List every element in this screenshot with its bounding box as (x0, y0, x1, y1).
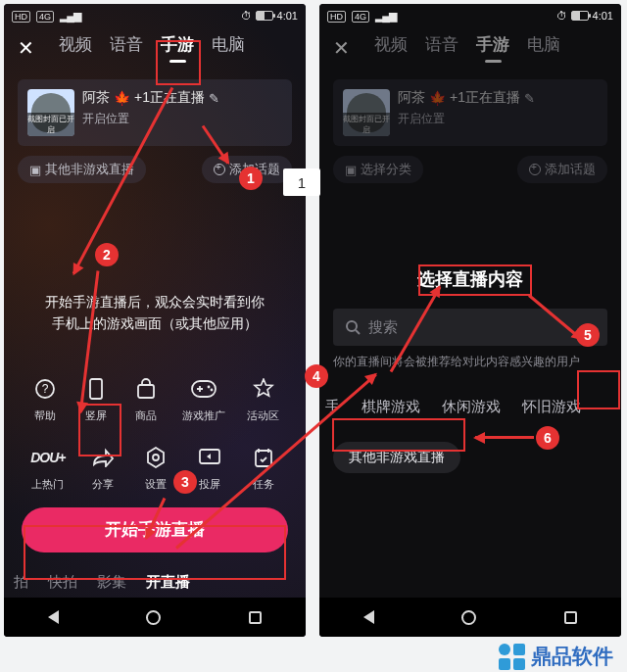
svg-marker-7 (148, 448, 164, 467)
nav-back-icon[interactable] (48, 610, 59, 624)
share-button[interactable]: 分享 (88, 443, 118, 492)
nav-back-icon[interactable] (363, 610, 374, 624)
tab-video[interactable]: 视频 (59, 33, 92, 62)
nav-recent-icon[interactable] (249, 611, 262, 624)
category-select[interactable]: ▣ 选择分类 (333, 156, 423, 183)
non-game-stream-chip[interactable]: 其他非游戏直播 (333, 442, 460, 473)
num-2: 2 (95, 243, 119, 266)
num-1: 1 (239, 167, 263, 190)
status-bar: HD 4G ▂▄▆ ⏱ 4:01 (4, 4, 306, 27)
svg-rect-10 (256, 451, 271, 466)
help-button[interactable]: ?帮助 (30, 374, 60, 423)
sheet-title: 选择直播内容 (319, 267, 621, 291)
step-label-1: 1 (283, 168, 320, 196)
dou-plus-button[interactable]: DOU+上热门 (31, 443, 64, 492)
tool-row-2: DOU+上热门 分享 设置 投屏 任务 (4, 443, 306, 492)
nav-home-icon[interactable] (146, 610, 161, 625)
tab-mobile-game[interactable]: 手游 (476, 33, 509, 62)
tab-audio[interactable]: 语音 (110, 33, 143, 62)
stream-title-name: 阿茶 (82, 89, 110, 107)
cast-button[interactable]: 投屏 (195, 443, 224, 492)
mode-tabs: 视频 语音 手游 电脑 (374, 33, 560, 62)
genre-tab-retro[interactable]: 怀旧游戏 (522, 398, 581, 416)
tab-video[interactable]: 视频 (374, 33, 408, 62)
tool-row-1: ?帮助 竖屏 商品 游戏推广 活动区 (4, 374, 306, 423)
mode-tabs: 视频 语音 手游 电脑 (59, 33, 245, 62)
tab-pc[interactable]: 电脑 (212, 33, 245, 62)
close-icon[interactable]: ✕ (333, 36, 353, 60)
stream-title-card[interactable]: 截图封面已开启 阿茶 🍁 +1正在直播 ✎ 开启位置 (18, 79, 292, 146)
phone-right: HD 4G ▂▄▆ ⏱ 4:01 ✕ 视频 语音 手游 电脑 截图封面已开启 (319, 4, 621, 637)
game-promo-button[interactable]: 游戏推广 (182, 374, 225, 423)
btab-album[interactable]: 影集 (97, 573, 126, 592)
android-nav (319, 598, 621, 637)
genre-tab-casual[interactable]: 休闲游戏 (442, 398, 501, 416)
svg-rect-2 (90, 379, 102, 399)
svg-point-11 (347, 321, 357, 331)
search-hint: 你的直播间将会被推荐给对此内容感兴趣的用户 (333, 354, 607, 370)
arrow-6 (475, 436, 534, 439)
android-nav (4, 598, 306, 637)
watermark: 鼎品软件 (499, 643, 613, 670)
nav-recent-icon[interactable] (564, 611, 577, 624)
svg-point-8 (153, 455, 159, 460)
svg-rect-3 (138, 385, 154, 398)
shop-button[interactable]: 商品 (131, 374, 161, 423)
tab-pc[interactable]: 电脑 (527, 33, 560, 62)
num-3: 3 (173, 470, 197, 494)
genre-tab-board[interactable]: 棋牌游戏 (362, 398, 420, 416)
genre-tabs: 手 棋牌游戏 休闲游戏 怀旧游戏 其他 (319, 398, 621, 416)
tip-text: 开始手游直播后，观众会实时看到你 手机上的游戏画面（或其他应用） (4, 291, 306, 335)
tab-mobile-game[interactable]: 手游 (161, 33, 194, 62)
edit-title-icon[interactable]: ✎ (209, 91, 219, 106)
activity-button[interactable]: 活动区 (247, 374, 279, 423)
close-icon[interactable]: ✕ (18, 36, 37, 60)
nav-home-icon[interactable] (461, 610, 476, 625)
phone-left: HD 4G ▂▄▆ ⏱ 4:01 ✕ 视频 语音 手游 电脑 截图封面已开启 (4, 4, 306, 637)
btab-quick[interactable]: 快拍 (48, 573, 77, 592)
maple-leaf-icon: 🍁 (114, 90, 130, 106)
cover-thumbnail[interactable]: 截图封面已开启 (343, 89, 390, 136)
tab-audio[interactable]: 语音 (425, 33, 458, 62)
btab-live[interactable]: 开直播 (146, 573, 190, 592)
svg-point-6 (211, 388, 214, 391)
num-6: 6 (536, 426, 559, 450)
svg-point-5 (208, 385, 211, 388)
num-4: 4 (305, 364, 328, 388)
search-icon (345, 319, 361, 335)
stream-title-card[interactable]: 截图封面已开启 阿茶🍁 +1正在直播 ✎ 开启位置 (333, 79, 607, 146)
tasks-button[interactable]: 任务 (249, 443, 278, 492)
svg-text:?: ? (42, 382, 49, 396)
bottom-mode-tabs: 拍 快拍 影集 开直播 (4, 573, 306, 592)
status-bar: HD 4G ▂▄▆ ⏱ 4:01 (319, 4, 621, 27)
num-5: 5 (576, 323, 600, 347)
edit-title-icon[interactable]: ✎ (524, 91, 535, 106)
cover-thumbnail[interactable]: 截图封面已开启 (27, 89, 74, 136)
add-topic-button[interactable]: 添加话题 (517, 156, 607, 183)
settings-button[interactable]: 设置 (141, 443, 170, 492)
btab-shoot[interactable]: 拍 (14, 573, 28, 592)
